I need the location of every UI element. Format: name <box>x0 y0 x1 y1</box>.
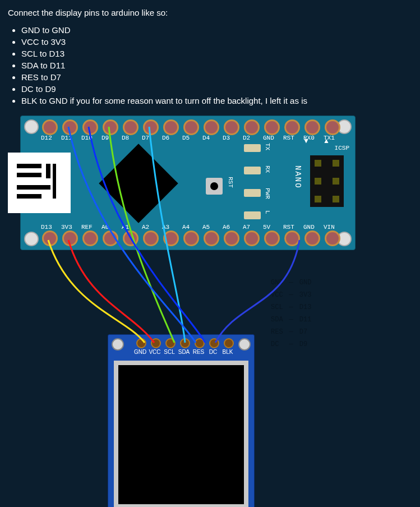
nano-bottom-pad <box>183 231 199 246</box>
status-led-icon <box>244 167 261 174</box>
display-pin-label: SDA <box>177 349 191 355</box>
status-led-icon <box>244 144 261 152</box>
nano-bottom-pad <box>284 231 300 246</box>
nano-top-pad <box>304 119 320 135</box>
nano-bottom-pad <box>42 231 58 246</box>
nano-top-pad <box>204 119 219 135</box>
nano-top-pin-label: D2 <box>243 135 250 141</box>
connection-list: GND to GNDVCC to 3V3SCL to D13SDA to D11… <box>21 25 412 105</box>
nano-bottom-pin-label: A2 <box>142 224 149 231</box>
nano-top-pin-label: D7 <box>142 135 149 141</box>
nano-bottom-pad <box>82 231 98 246</box>
display-pin-label: VCC <box>147 349 162 355</box>
nano-top-pad <box>62 119 78 135</box>
display-pin-label: BLK <box>220 349 235 355</box>
display-pin-label: GND <box>133 349 147 355</box>
wire <box>68 240 154 343</box>
connection-item: RES to D7 <box>21 72 412 82</box>
legend-row: GND—GND <box>270 277 312 288</box>
display-module: GNDVCCSCLSDARESDCBLK <box>108 334 255 507</box>
nano-top-pin-label: TX1 <box>324 135 335 141</box>
nano-bottom-pad <box>123 231 139 246</box>
wire <box>48 240 145 343</box>
display-pad <box>180 338 190 348</box>
nano-bottom-pin-label: D13 <box>41 224 52 231</box>
nano-top-pad <box>183 119 199 135</box>
nano-bottom-pin-label: A0 <box>101 224 109 231</box>
nano-bottom-pad <box>304 231 320 246</box>
mounting-hole-icon <box>238 338 251 351</box>
nano-top-pad <box>284 119 300 135</box>
legend-row: DC—D9 <box>270 339 312 350</box>
nano-top-pad <box>82 119 98 135</box>
display-pad <box>165 338 176 348</box>
nano-top-pin-label: D9 <box>101 135 109 141</box>
nano-bottom-pad <box>264 231 280 246</box>
nano-top-pad <box>143 119 159 135</box>
nano-bottom-pin-label: A4 <box>182 224 190 231</box>
connection-item: SDA to D11 <box>21 61 412 70</box>
nano-top-pin-label: D3 <box>223 135 230 141</box>
nano-top-pin-label: D11 <box>61 135 72 141</box>
nano-top-pin-label: D12 <box>41 135 52 141</box>
nano-bottom-pin-label: A7 <box>243 224 250 231</box>
display-pad <box>195 338 205 348</box>
display-pad <box>136 338 146 348</box>
nano-bottom-pin-label: A6 <box>223 224 230 231</box>
nano-top-pad <box>264 119 280 135</box>
wiring-diagram: RST NANO ICSP ▼ ▲ D12D11D10D9D8D7D6D5D4D… <box>8 116 412 507</box>
display-pin-label: DC <box>206 349 220 355</box>
status-led-label: TX <box>264 143 270 150</box>
display-pad <box>151 338 161 348</box>
status-led-icon <box>244 211 261 219</box>
nano-bottom-pin-label: 3V3 <box>61 224 72 231</box>
nano-top-pad <box>123 119 139 135</box>
reset-button-icon <box>206 178 223 195</box>
nano-bottom-pad <box>244 231 260 246</box>
nano-bottom-pin-label: A5 <box>202 224 210 231</box>
nano-bottom-pad <box>224 231 239 246</box>
reset-label: RST <box>227 177 233 188</box>
display-pin-label: RES <box>191 349 206 355</box>
nano-top-pin-label: D10 <box>81 135 93 141</box>
nano-top-pad <box>42 119 58 135</box>
nano-bottom-pin-label: REF <box>81 224 93 231</box>
nano-top-pad <box>224 119 239 135</box>
board-name: NANO <box>294 165 302 189</box>
mcu-chip-icon <box>99 144 178 223</box>
legend-table: GND—GNDVCC—3V3SCL—D13SDA—D11RES—D7DC—D9 <box>269 276 313 351</box>
nano-top-pin-label: D4 <box>202 135 210 141</box>
connection-item: BLK to GND if you for some reason want t… <box>21 96 412 105</box>
intro-text: Connect the display pins to arduino like… <box>8 8 412 17</box>
usb-connector-icon <box>8 153 71 213</box>
status-led-label: RX <box>264 165 270 173</box>
legend-row: SDA—D11 <box>270 314 312 325</box>
mounting-hole-icon <box>24 119 39 134</box>
connection-item: SCL to D13 <box>21 49 412 58</box>
display-pin-label: SCL <box>162 349 177 355</box>
nano-top-pin-label: D6 <box>162 135 169 141</box>
legend-row: RES—D7 <box>270 326 312 338</box>
nano-top-pin-label: D5 <box>182 135 190 141</box>
connection-item: GND to GND <box>21 25 412 35</box>
nano-bottom-pad <box>103 231 118 246</box>
nano-bottom-pin-label: VIN <box>324 224 335 231</box>
nano-top-pin-label: RST <box>283 135 294 141</box>
icsp-label: ICSP <box>335 145 349 151</box>
display-pad <box>224 338 234 348</box>
status-led-label: PWR <box>264 188 270 199</box>
mounting-hole-icon <box>24 232 39 246</box>
nano-bottom-pin-label: GND <box>303 224 315 231</box>
status-led-icon <box>244 189 261 197</box>
nano-bottom-pad <box>325 231 340 246</box>
connection-item: VCC to 3V3 <box>21 37 412 47</box>
nano-bottom-pin-label: A1 <box>122 224 129 231</box>
display-pad <box>209 338 219 348</box>
nano-bottom-pin-label: 5V <box>263 224 270 231</box>
nano-top-pad <box>163 119 179 135</box>
nano-bottom-pin-label: A3 <box>162 224 169 231</box>
nano-top-pin-label: RX0 <box>303 135 315 141</box>
legend-row: SCL—D13 <box>270 302 312 313</box>
nano-bottom-pad <box>62 231 78 246</box>
mounting-hole-icon <box>112 338 124 351</box>
